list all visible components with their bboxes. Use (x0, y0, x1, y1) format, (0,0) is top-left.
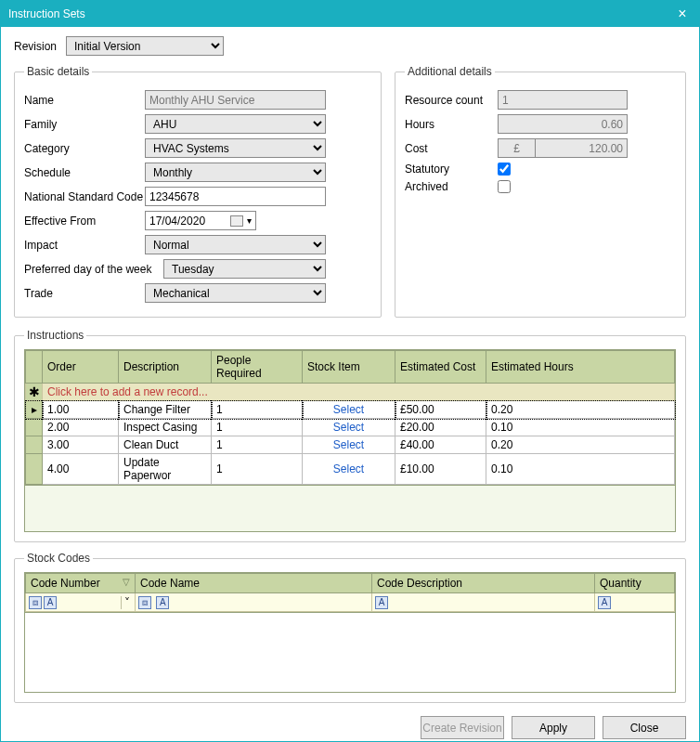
cost-field (535, 138, 628, 158)
col-cost[interactable]: Estimated Cost (395, 351, 486, 384)
chevron-down-icon[interactable]: ▾ (247, 215, 252, 226)
additional-legend: Additional details (405, 65, 495, 78)
grid-filler (25, 485, 675, 531)
cell-cost[interactable]: £10.00 (395, 454, 486, 485)
window-title: Instruction Sets (8, 7, 673, 20)
resource-label: Resource count (405, 94, 498, 107)
cell-cost[interactable]: £40.00 (395, 436, 486, 454)
cell-hours[interactable]: 0.20 (486, 401, 675, 419)
stock-legend: Stock Codes (24, 552, 93, 565)
trade-label: Trade (24, 287, 145, 300)
resource-field (498, 90, 628, 110)
instructions-table[interactable]: Order Description People Required Stock … (25, 350, 675, 485)
grid-filler (25, 612, 675, 692)
stock-select-link[interactable]: Select (303, 419, 395, 436)
cell-order[interactable]: 4.00 (43, 454, 119, 485)
asterisk-icon: ✱ (26, 384, 43, 401)
filter-text-icon[interactable]: A (44, 596, 57, 609)
day-select[interactable]: Tuesday (163, 259, 326, 279)
effective-datepicker[interactable]: 17/04/2020 ▾ (145, 211, 256, 230)
cell-hours[interactable]: 0.10 (486, 454, 675, 485)
col-quantity[interactable]: Quantity (595, 574, 675, 593)
family-label: Family (24, 118, 145, 131)
col-code-name[interactable]: Code Name (136, 574, 372, 593)
cell-order[interactable]: 3.00 (43, 436, 119, 454)
table-row[interactable]: 3.00 Clean Duct 1 Select £40.00 0.20 (26, 436, 675, 454)
filter-text-icon[interactable]: A (156, 596, 169, 609)
col-desc[interactable]: Description (119, 351, 212, 384)
table-row[interactable]: ▸ 1.00 Change Filter 1 Select £50.00 0.2… (26, 401, 675, 419)
cell-cost[interactable]: £50.00 (395, 401, 486, 419)
name-field (145, 90, 326, 110)
cell-people[interactable]: 1 (212, 401, 303, 419)
archived-label: Archived (405, 180, 498, 193)
close-button[interactable]: Close (603, 716, 686, 739)
new-record-row[interactable]: ✱ Click here to add a new record... (26, 384, 675, 401)
filter-text-icon[interactable]: A (598, 596, 611, 609)
stock-select-link[interactable]: Select (303, 401, 395, 419)
additional-details-group: Additional details Resource count Hours … (395, 65, 686, 318)
cell-order[interactable]: 1.00 (43, 401, 119, 419)
stock-codes-group: Stock Codes Code Number▽ Code Name Code … (14, 552, 686, 703)
new-record-label: Click here to add a new record... (43, 384, 675, 401)
apply-button[interactable]: Apply (512, 716, 595, 739)
col-people[interactable]: People Required (212, 351, 303, 384)
cost-label: Cost (405, 142, 498, 155)
schedule-select[interactable]: Monthly (145, 163, 326, 182)
name-label: Name (24, 94, 145, 107)
table-row[interactable]: 2.00 Inspect Casing 1 Select £20.00 0.10 (26, 419, 675, 436)
filter-icon[interactable]: ⧈ (29, 596, 42, 609)
instructions-legend: Instructions (24, 329, 86, 342)
nsc-field[interactable] (145, 187, 326, 206)
cell-order[interactable]: 2.00 (43, 419, 119, 436)
filter-row[interactable]: ⧈ A ˅ ⧈ A A A (26, 593, 675, 612)
cell-desc[interactable]: Inspect Casing (119, 419, 212, 436)
cell-people[interactable]: 1 (212, 419, 303, 436)
statutory-checkbox[interactable] (498, 163, 511, 176)
hours-field (498, 114, 628, 134)
close-icon[interactable]: × (673, 6, 692, 22)
basic-details-group: Basic details Name Family AHU Category H… (14, 65, 382, 318)
category-select[interactable]: HVAC Systems (145, 138, 326, 158)
stock-select-link[interactable]: Select (303, 454, 395, 485)
cell-desc[interactable]: Change Filter (119, 401, 212, 419)
statutory-label: Statutory (405, 163, 498, 176)
nsc-label: National Standard Code (24, 190, 145, 203)
stock-table[interactable]: Code Number▽ Code Name Code Description … (25, 573, 675, 612)
cell-hours[interactable]: 0.20 (486, 436, 675, 454)
stock-select-link[interactable]: Select (303, 436, 395, 454)
day-label: Preferred day of the week (24, 263, 163, 276)
effective-label: Effective From (24, 215, 145, 228)
impact-select[interactable]: Normal (145, 235, 326, 254)
trade-select[interactable]: Mechanical (145, 283, 326, 303)
instructions-group: Instructions Order Description People Re… (14, 329, 686, 542)
cell-desc[interactable]: Update Paperwor (119, 454, 212, 485)
cost-currency: £ (498, 138, 535, 158)
row-indicator-icon: ▸ (26, 401, 43, 419)
revision-select[interactable]: Initial Version (66, 36, 224, 56)
revision-label: Revision (14, 40, 57, 53)
cell-hours[interactable]: 0.10 (486, 419, 675, 436)
rowheader-col (26, 351, 43, 384)
archived-checkbox[interactable] (498, 180, 511, 193)
filter-text-icon[interactable]: A (375, 596, 388, 609)
calendar-icon[interactable] (230, 215, 243, 227)
col-code-desc[interactable]: Code Description (372, 574, 595, 593)
sort-icon: ▽ (123, 577, 130, 587)
col-hours[interactable]: Estimated Hours (486, 351, 675, 384)
chevron-down-icon[interactable]: ˅ (121, 596, 132, 609)
col-code-number[interactable]: Code Number▽ (26, 574, 136, 593)
cell-people[interactable]: 1 (212, 436, 303, 454)
col-order[interactable]: Order (43, 351, 119, 384)
impact-label: Impact (24, 239, 145, 252)
family-select[interactable]: AHU (145, 114, 326, 134)
cell-people[interactable]: 1 (212, 454, 303, 485)
filter-input[interactable] (58, 596, 121, 609)
filter-icon[interactable]: ⧈ (138, 596, 151, 609)
create-revision-button: Create Revision (421, 716, 504, 739)
cell-desc[interactable]: Clean Duct (119, 436, 212, 454)
cell-cost[interactable]: £20.00 (395, 419, 486, 436)
table-row[interactable]: 4.00 Update Paperwor 1 Select £10.00 0.1… (26, 454, 675, 485)
titlebar: Instruction Sets × (1, 1, 699, 27)
col-stock[interactable]: Stock Item (303, 351, 395, 384)
